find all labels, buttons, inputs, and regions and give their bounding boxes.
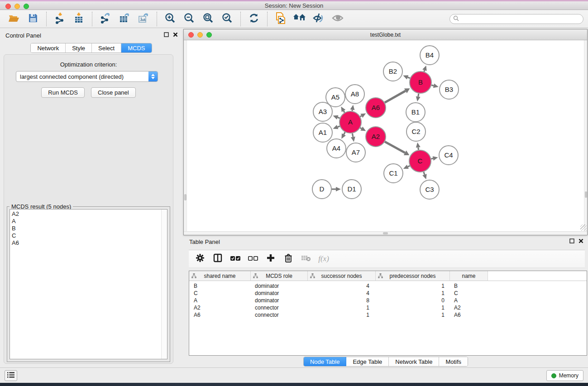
graph-node-C1[interactable]: C1 xyxy=(384,164,403,183)
export-image-button[interactable] xyxy=(134,11,153,27)
result-item[interactable]: B xyxy=(12,225,167,232)
graph-node-A5[interactable]: A5 xyxy=(326,88,345,107)
graph-node-A[interactable]: A xyxy=(339,111,361,133)
column-settings-button[interactable] xyxy=(193,252,207,266)
graph-node-A8[interactable]: A8 xyxy=(345,85,364,104)
refresh-button[interactable] xyxy=(244,11,263,27)
graph-edge-C-C2[interactable] xyxy=(416,143,421,150)
add-column-button[interactable] xyxy=(264,252,277,266)
search-input[interactable] xyxy=(461,16,583,22)
graph-edge-C-C3[interactable] xyxy=(422,172,426,180)
graph-edge-C-C4[interactable] xyxy=(431,156,438,161)
table-row[interactable]: A2connector11A2 xyxy=(189,304,587,311)
home-button[interactable] xyxy=(290,11,309,27)
graph-edge-A-A2[interactable] xyxy=(360,127,366,131)
table-row[interactable]: Adominator80A xyxy=(189,297,587,304)
graph-node-C3[interactable]: C3 xyxy=(420,180,439,199)
table-row[interactable]: Bdominator41B xyxy=(189,282,587,290)
zoom-selected-button[interactable] xyxy=(218,11,237,27)
graph-node-B4[interactable]: B4 xyxy=(420,46,439,65)
graph-node-A2[interactable]: A2 xyxy=(366,127,386,147)
vscroll-thumb[interactable] xyxy=(585,191,587,198)
graph-node-B[interactable]: B xyxy=(410,71,431,93)
mcds-result-list[interactable]: A2ABCA6 xyxy=(10,209,167,359)
table-row[interactable]: A6connector11A6 xyxy=(189,311,587,319)
graph-edge-A-A1[interactable] xyxy=(333,125,339,129)
graph-node-D1[interactable]: D1 xyxy=(342,180,361,199)
minimize-network-button[interactable] xyxy=(197,32,203,38)
graph-node-C[interactable]: C xyxy=(409,150,431,172)
result-item[interactable]: C xyxy=(12,232,167,239)
graph-node-D[interactable]: D xyxy=(312,180,331,199)
graph-edge-D-D1[interactable] xyxy=(332,187,341,191)
network-vscrollbar-left[interactable] xyxy=(184,40,187,231)
graph-edge-B-B2[interactable] xyxy=(403,75,410,79)
graph-node-B1[interactable]: B1 xyxy=(406,103,425,122)
graph-node-A6[interactable]: A6 xyxy=(366,98,386,118)
memory-button[interactable]: Memory xyxy=(546,370,583,381)
result-item[interactable]: A6 xyxy=(12,239,167,247)
delete-table-button[interactable] xyxy=(299,252,313,266)
graph-edge-B-B3[interactable] xyxy=(431,84,439,88)
close-network-button[interactable] xyxy=(188,32,194,38)
column-header-name[interactable]: name xyxy=(450,271,488,281)
graph-edge-B-B1[interactable] xyxy=(416,94,421,102)
column-header-MCDS-role[interactable]: MCDS role xyxy=(251,271,308,281)
graph-node-C2[interactable]: C2 xyxy=(406,122,425,141)
graph-edge-A2-C[interactable] xyxy=(385,142,409,155)
close-panel-button[interactable]: Close panel xyxy=(91,87,136,98)
zoom-fit-button[interactable] xyxy=(199,11,218,27)
deselect-all-button[interactable] xyxy=(246,252,260,266)
result-item[interactable]: A2 xyxy=(12,210,167,218)
tab-node-table[interactable]: Node Table xyxy=(304,357,347,366)
float-panel-icon[interactable] xyxy=(569,238,574,245)
hscroll-thumb[interactable] xyxy=(383,232,388,234)
column-header-successor-nodes[interactable]: successor nodes xyxy=(308,271,376,281)
column-header-shared-name[interactable]: shared name xyxy=(189,271,251,281)
window-resize-grip[interactable] xyxy=(580,224,587,231)
graph-node-A4[interactable]: A4 xyxy=(327,139,346,158)
result-item[interactable]: A xyxy=(12,218,167,225)
graph-edge-A6-B[interactable] xyxy=(385,88,410,102)
task-history-button[interactable] xyxy=(5,370,17,381)
hide-graphics-details-button[interactable] xyxy=(309,11,328,27)
export-network-button[interactable] xyxy=(96,11,115,27)
show-graphics-details-button[interactable] xyxy=(328,11,347,27)
tab-style[interactable]: Style xyxy=(66,43,92,52)
tab-mcds[interactable]: MCDS xyxy=(121,43,151,52)
network-hscrollbar[interactable] xyxy=(184,231,587,235)
import-network-button[interactable] xyxy=(50,11,69,27)
graph-node-C4[interactable]: C4 xyxy=(439,146,458,165)
minimize-window-button[interactable] xyxy=(14,4,20,9)
run-mcds-button[interactable]: Run MCDS xyxy=(41,87,85,98)
zoom-in-button[interactable] xyxy=(161,11,180,27)
graph-edge-A-A8[interactable] xyxy=(350,105,354,111)
tab-select[interactable]: Select xyxy=(92,43,121,52)
close-panel-icon[interactable] xyxy=(578,238,583,245)
network-window-titlebar[interactable]: testGlobe.txt xyxy=(184,29,587,40)
table-row[interactable]: Cdominator41C xyxy=(189,290,587,297)
graph-edge-C-C1[interactable] xyxy=(403,165,410,169)
search-field[interactable] xyxy=(449,14,583,24)
column-header-predecessor-nodes[interactable]: predecessor nodes xyxy=(376,271,450,281)
graph-edge-A-A5[interactable] xyxy=(341,107,345,113)
graph-node-A7[interactable]: A7 xyxy=(346,143,365,162)
graph-edge-A-A3[interactable] xyxy=(333,115,339,119)
graph-edge-A-A4[interactable] xyxy=(341,132,346,139)
zoom-network-button[interactable] xyxy=(206,32,212,38)
tab-network-table[interactable]: Network Table xyxy=(389,357,439,366)
graph-node-B2[interactable]: B2 xyxy=(383,62,402,81)
tab-edge-table[interactable]: Edge Table xyxy=(346,357,389,366)
graph-edge-B-B4[interactable] xyxy=(422,66,426,72)
delete-columns-button[interactable] xyxy=(282,252,295,266)
float-panel-icon[interactable] xyxy=(164,32,169,38)
graph-node-A1[interactable]: A1 xyxy=(313,123,332,142)
tab-network[interactable]: Network xyxy=(31,43,66,52)
result-list-scrollbar[interactable] xyxy=(161,210,167,359)
network-canvas[interactable]: AA1A2A3A4A5A6A7A8BB1B2B3B4CC1C2C3C4DD1 xyxy=(184,40,587,231)
graph-edge-A-A6[interactable] xyxy=(360,113,366,118)
zoom-out-button[interactable] xyxy=(180,11,199,27)
tab-motifs[interactable]: Motifs xyxy=(439,357,468,366)
graph-edge-A-A7[interactable] xyxy=(351,133,355,142)
network-vscrollbar-right[interactable] xyxy=(584,40,587,231)
